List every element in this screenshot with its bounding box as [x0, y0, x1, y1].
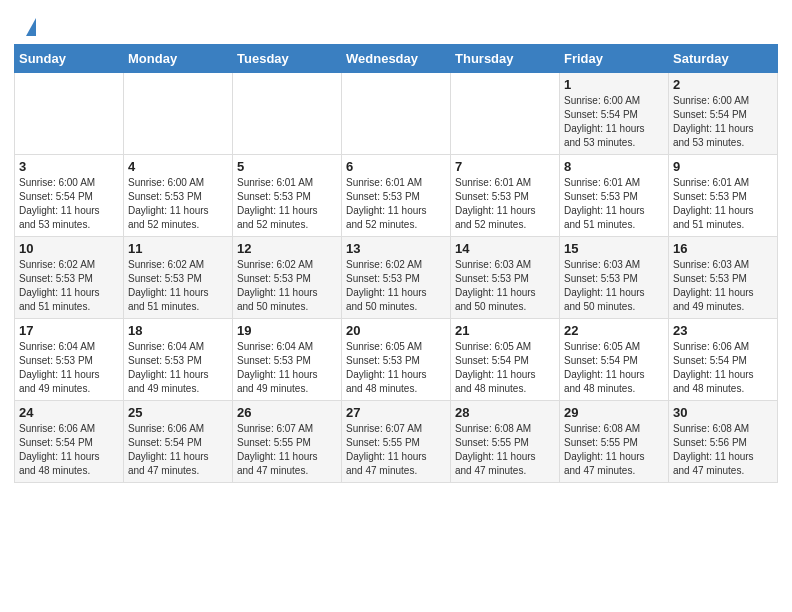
day-number: 11	[128, 241, 228, 256]
calendar-week-row: 24Sunrise: 6:06 AM Sunset: 5:54 PM Dayli…	[15, 401, 778, 483]
day-number: 5	[237, 159, 337, 174]
day-info: Sunrise: 6:00 AM Sunset: 5:53 PM Dayligh…	[128, 176, 228, 232]
calendar-cell: 19Sunrise: 6:04 AM Sunset: 5:53 PM Dayli…	[233, 319, 342, 401]
calendar-cell: 22Sunrise: 6:05 AM Sunset: 5:54 PM Dayli…	[560, 319, 669, 401]
day-number: 16	[673, 241, 773, 256]
calendar-cell: 3Sunrise: 6:00 AM Sunset: 5:54 PM Daylig…	[15, 155, 124, 237]
day-info: Sunrise: 6:08 AM Sunset: 5:55 PM Dayligh…	[455, 422, 555, 478]
day-info: Sunrise: 6:07 AM Sunset: 5:55 PM Dayligh…	[346, 422, 446, 478]
day-number: 14	[455, 241, 555, 256]
day-of-week-header: Thursday	[451, 45, 560, 73]
day-number: 17	[19, 323, 119, 338]
day-info: Sunrise: 6:03 AM Sunset: 5:53 PM Dayligh…	[673, 258, 773, 314]
calendar-cell	[15, 73, 124, 155]
calendar-cell: 11Sunrise: 6:02 AM Sunset: 5:53 PM Dayli…	[124, 237, 233, 319]
calendar-cell: 26Sunrise: 6:07 AM Sunset: 5:55 PM Dayli…	[233, 401, 342, 483]
day-number: 6	[346, 159, 446, 174]
day-number: 13	[346, 241, 446, 256]
day-info: Sunrise: 6:01 AM Sunset: 5:53 PM Dayligh…	[455, 176, 555, 232]
day-info: Sunrise: 6:06 AM Sunset: 5:54 PM Dayligh…	[19, 422, 119, 478]
day-number: 19	[237, 323, 337, 338]
day-info: Sunrise: 6:04 AM Sunset: 5:53 PM Dayligh…	[237, 340, 337, 396]
day-number: 26	[237, 405, 337, 420]
calendar-cell: 20Sunrise: 6:05 AM Sunset: 5:53 PM Dayli…	[342, 319, 451, 401]
calendar-table: SundayMondayTuesdayWednesdayThursdayFrid…	[14, 44, 778, 483]
calendar-cell: 10Sunrise: 6:02 AM Sunset: 5:53 PM Dayli…	[15, 237, 124, 319]
calendar-week-row: 10Sunrise: 6:02 AM Sunset: 5:53 PM Dayli…	[15, 237, 778, 319]
day-info: Sunrise: 6:03 AM Sunset: 5:53 PM Dayligh…	[564, 258, 664, 314]
calendar-cell: 9Sunrise: 6:01 AM Sunset: 5:53 PM Daylig…	[669, 155, 778, 237]
calendar-cell: 24Sunrise: 6:06 AM Sunset: 5:54 PM Dayli…	[15, 401, 124, 483]
day-number: 30	[673, 405, 773, 420]
page: SundayMondayTuesdayWednesdayThursdayFrid…	[0, 0, 792, 612]
day-number: 10	[19, 241, 119, 256]
day-info: Sunrise: 6:04 AM Sunset: 5:53 PM Dayligh…	[128, 340, 228, 396]
day-number: 29	[564, 405, 664, 420]
day-info: Sunrise: 6:01 AM Sunset: 5:53 PM Dayligh…	[346, 176, 446, 232]
day-of-week-header: Sunday	[15, 45, 124, 73]
day-number: 3	[19, 159, 119, 174]
day-number: 12	[237, 241, 337, 256]
calendar-cell: 30Sunrise: 6:08 AM Sunset: 5:56 PM Dayli…	[669, 401, 778, 483]
calendar-cell: 6Sunrise: 6:01 AM Sunset: 5:53 PM Daylig…	[342, 155, 451, 237]
calendar-cell: 29Sunrise: 6:08 AM Sunset: 5:55 PM Dayli…	[560, 401, 669, 483]
day-info: Sunrise: 6:02 AM Sunset: 5:53 PM Dayligh…	[346, 258, 446, 314]
calendar-cell: 23Sunrise: 6:06 AM Sunset: 5:54 PM Dayli…	[669, 319, 778, 401]
calendar-cell	[233, 73, 342, 155]
calendar-cell: 4Sunrise: 6:00 AM Sunset: 5:53 PM Daylig…	[124, 155, 233, 237]
header	[0, 0, 792, 44]
calendar-cell: 14Sunrise: 6:03 AM Sunset: 5:53 PM Dayli…	[451, 237, 560, 319]
day-of-week-header: Saturday	[669, 45, 778, 73]
day-number: 4	[128, 159, 228, 174]
day-number: 8	[564, 159, 664, 174]
calendar-cell: 13Sunrise: 6:02 AM Sunset: 5:53 PM Dayli…	[342, 237, 451, 319]
day-number: 27	[346, 405, 446, 420]
calendar-cell: 2Sunrise: 6:00 AM Sunset: 5:54 PM Daylig…	[669, 73, 778, 155]
calendar-cell: 12Sunrise: 6:02 AM Sunset: 5:53 PM Dayli…	[233, 237, 342, 319]
calendar-cell: 15Sunrise: 6:03 AM Sunset: 5:53 PM Dayli…	[560, 237, 669, 319]
day-info: Sunrise: 6:08 AM Sunset: 5:55 PM Dayligh…	[564, 422, 664, 478]
calendar-cell: 5Sunrise: 6:01 AM Sunset: 5:53 PM Daylig…	[233, 155, 342, 237]
day-info: Sunrise: 6:06 AM Sunset: 5:54 PM Dayligh…	[128, 422, 228, 478]
calendar-cell: 16Sunrise: 6:03 AM Sunset: 5:53 PM Dayli…	[669, 237, 778, 319]
calendar-cell	[342, 73, 451, 155]
calendar-week-row: 17Sunrise: 6:04 AM Sunset: 5:53 PM Dayli…	[15, 319, 778, 401]
day-number: 2	[673, 77, 773, 92]
calendar-header-row: SundayMondayTuesdayWednesdayThursdayFrid…	[15, 45, 778, 73]
day-number: 21	[455, 323, 555, 338]
calendar-cell	[124, 73, 233, 155]
day-of-week-header: Monday	[124, 45, 233, 73]
day-info: Sunrise: 6:00 AM Sunset: 5:54 PM Dayligh…	[564, 94, 664, 150]
logo	[24, 18, 36, 36]
day-info: Sunrise: 6:02 AM Sunset: 5:53 PM Dayligh…	[19, 258, 119, 314]
day-info: Sunrise: 6:01 AM Sunset: 5:53 PM Dayligh…	[564, 176, 664, 232]
day-info: Sunrise: 6:07 AM Sunset: 5:55 PM Dayligh…	[237, 422, 337, 478]
day-info: Sunrise: 6:02 AM Sunset: 5:53 PM Dayligh…	[128, 258, 228, 314]
day-info: Sunrise: 6:00 AM Sunset: 5:54 PM Dayligh…	[673, 94, 773, 150]
day-info: Sunrise: 6:01 AM Sunset: 5:53 PM Dayligh…	[237, 176, 337, 232]
calendar-cell: 21Sunrise: 6:05 AM Sunset: 5:54 PM Dayli…	[451, 319, 560, 401]
calendar-cell: 18Sunrise: 6:04 AM Sunset: 5:53 PM Dayli…	[124, 319, 233, 401]
day-info: Sunrise: 6:02 AM Sunset: 5:53 PM Dayligh…	[237, 258, 337, 314]
calendar-cell: 27Sunrise: 6:07 AM Sunset: 5:55 PM Dayli…	[342, 401, 451, 483]
calendar-week-row: 1Sunrise: 6:00 AM Sunset: 5:54 PM Daylig…	[15, 73, 778, 155]
calendar-cell: 28Sunrise: 6:08 AM Sunset: 5:55 PM Dayli…	[451, 401, 560, 483]
day-info: Sunrise: 6:05 AM Sunset: 5:54 PM Dayligh…	[455, 340, 555, 396]
calendar-cell	[451, 73, 560, 155]
day-info: Sunrise: 6:03 AM Sunset: 5:53 PM Dayligh…	[455, 258, 555, 314]
logo-triangle-icon	[26, 18, 36, 36]
day-number: 9	[673, 159, 773, 174]
day-number: 7	[455, 159, 555, 174]
day-info: Sunrise: 6:00 AM Sunset: 5:54 PM Dayligh…	[19, 176, 119, 232]
day-of-week-header: Wednesday	[342, 45, 451, 73]
day-number: 18	[128, 323, 228, 338]
day-number: 15	[564, 241, 664, 256]
day-number: 24	[19, 405, 119, 420]
day-of-week-header: Friday	[560, 45, 669, 73]
calendar-cell: 7Sunrise: 6:01 AM Sunset: 5:53 PM Daylig…	[451, 155, 560, 237]
day-number: 1	[564, 77, 664, 92]
calendar-week-row: 3Sunrise: 6:00 AM Sunset: 5:54 PM Daylig…	[15, 155, 778, 237]
day-info: Sunrise: 6:01 AM Sunset: 5:53 PM Dayligh…	[673, 176, 773, 232]
day-info: Sunrise: 6:08 AM Sunset: 5:56 PM Dayligh…	[673, 422, 773, 478]
day-number: 20	[346, 323, 446, 338]
